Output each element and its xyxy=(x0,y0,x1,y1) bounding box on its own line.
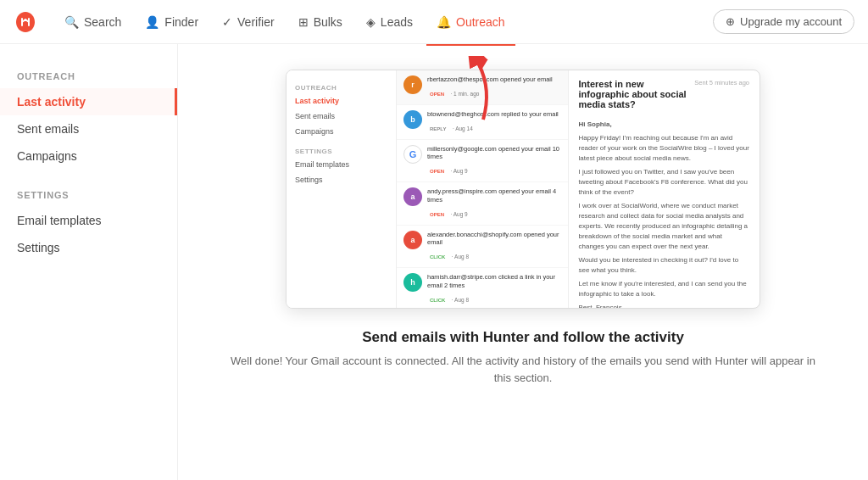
preview-nav-sent-emails[interactable]: Sent emails xyxy=(287,109,396,124)
sidebar-item-sent-emails[interactable]: Sent emails xyxy=(0,115,177,142)
avatar: a xyxy=(403,187,422,206)
item-info: btownend@theghost.com replied to your em… xyxy=(427,110,561,134)
preview-inner-sidebar: OUTREACH Last activity Sent emails Campa… xyxy=(287,70,397,308)
finder-icon: 👤 xyxy=(145,15,159,29)
nav-items: 🔍 Search 👤 Finder ✓ Verifier ⊞ Bulks ◈ L… xyxy=(54,10,713,34)
nav-search[interactable]: 🔍 Search xyxy=(54,10,131,34)
outreach-icon: 🔔 xyxy=(437,15,451,29)
list-item[interactable]: r rbertazzon@thespot.com opened your ema… xyxy=(397,70,568,105)
item-info: rbertazzon@thespot.com opened your email… xyxy=(427,75,561,99)
item-info: hamish.darr@stripe.com clicked a link in… xyxy=(427,273,561,305)
sidebar-section-outreach: OUTREACH xyxy=(0,71,177,88)
avatar: h xyxy=(403,273,422,292)
list-item[interactable]: G millersonly@google.com opened your ema… xyxy=(397,140,568,183)
email-body: Hi Sophia, Happy Friday! I'm reaching ou… xyxy=(579,120,750,308)
status-badge: OPEN xyxy=(427,168,447,175)
sent-time: Sent 5 minutes ago xyxy=(694,79,749,87)
list-item[interactable]: b btownend@theghost.com replied to your … xyxy=(397,105,568,140)
nav-bulks[interactable]: ⊞ Bulks xyxy=(288,10,353,34)
preview-card: OUTREACH Last activity Sent emails Campa… xyxy=(286,70,760,309)
preview-nav-email-templates[interactable]: Email templates xyxy=(287,157,396,172)
status-badge: OPEN xyxy=(427,211,447,218)
bottom-title: Send emails with Hunter and follow the a… xyxy=(229,329,817,346)
item-info: alexander.bonacchi@shopify.com opened yo… xyxy=(427,231,561,263)
nav-leads[interactable]: ◈ Leads xyxy=(356,10,423,34)
upgrade-circle-icon: ⊕ xyxy=(726,15,735,28)
status-badge: OPEN xyxy=(427,91,447,98)
preview-nav-last-activity[interactable]: Last activity xyxy=(287,93,396,109)
preview-nav-campaigns[interactable]: Campaigns xyxy=(287,124,396,139)
content-area: OUTREACH Last activity Sent emails Campa… xyxy=(178,44,868,480)
list-item[interactable]: a alexander.bonacchi@shopify.com opened … xyxy=(397,226,568,269)
list-item[interactable]: h hamish.darr@stripe.com clicked a link … xyxy=(397,268,568,308)
preview-nav-settings[interactable]: Settings xyxy=(287,172,396,187)
sidebar-item-settings[interactable]: Settings xyxy=(0,234,177,261)
sidebar-item-campaigns[interactable]: Campaigns xyxy=(0,142,177,170)
status-badge: REPLY xyxy=(427,126,448,132)
nav-finder[interactable]: 👤 Finder xyxy=(135,10,209,34)
nav-outreach[interactable]: 🔔 Outreach xyxy=(426,10,515,34)
verifier-icon: ✓ xyxy=(222,15,232,29)
status-badge: CLICK xyxy=(427,297,448,304)
sidebar-item-last-activity[interactable]: Last activity xyxy=(0,88,177,115)
search-nav-icon: 🔍 xyxy=(64,15,79,29)
list-item[interactable]: a andy.press@inspire.com opened your ema… xyxy=(397,182,568,226)
status-badge: CLICK xyxy=(427,254,448,260)
logo[interactable] xyxy=(14,10,37,34)
main-layout: OUTREACH Last activity Sent emails Campa… xyxy=(0,44,868,480)
item-info: andy.press@inspire.com opened your email… xyxy=(427,187,561,220)
top-navigation: 🔍 Search 👤 Finder ✓ Verifier ⊞ Bulks ◈ L… xyxy=(0,0,868,44)
google-avatar: G xyxy=(403,145,422,164)
nav-verifier[interactable]: ✓ Verifier xyxy=(212,10,285,34)
preview-section-settings: SETTINGS xyxy=(287,144,396,157)
leads-icon: ◈ xyxy=(366,15,376,29)
preview-section-outreach: OUTREACH xyxy=(287,81,396,93)
sidebar: OUTREACH Last activity Sent emails Campa… xyxy=(0,44,178,480)
avatar: a xyxy=(403,231,422,249)
item-info: millersonly@google.com opened your email… xyxy=(427,145,561,177)
avatar: b xyxy=(403,110,422,129)
avatar: r xyxy=(403,75,422,94)
preview-activity-list: r rbertazzon@thespot.com opened your ema… xyxy=(397,70,569,308)
sidebar-section-settings: SETTINGS xyxy=(0,190,177,207)
upgrade-button[interactable]: ⊕ Upgrade my account xyxy=(713,9,854,34)
bulks-icon: ⊞ xyxy=(298,15,309,29)
bottom-description: Well done! Your Gmail account is connect… xyxy=(229,353,817,386)
email-subject: Interest in new infographic about social… xyxy=(579,79,692,109)
bottom-section: Send emails with Hunter and follow the a… xyxy=(195,329,851,386)
preview-email-detail: Interest in new infographic about social… xyxy=(569,70,760,308)
sidebar-item-email-templates[interactable]: Email templates xyxy=(0,207,177,234)
